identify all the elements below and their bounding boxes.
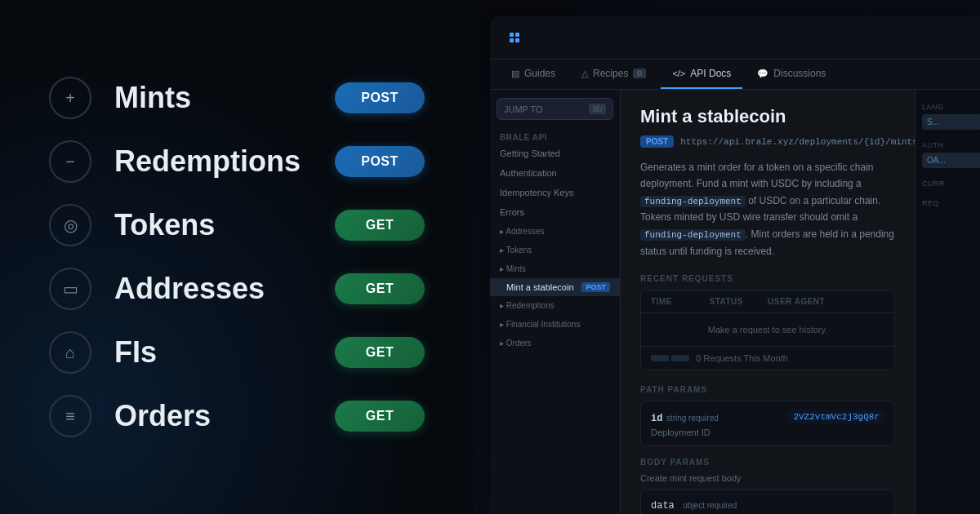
lang-section: LANG S... (922, 103, 980, 130)
tokens-method-badge: GET (335, 210, 425, 241)
data-param-row: data object required (640, 490, 895, 514)
sidebar-section-label: BRALE API (490, 128, 620, 144)
param-id-value[interactable]: 2VZ2vtmVc2j3gQ8r (788, 410, 884, 423)
sidebar-link-addresses[interactable]: ▸ Addresses (490, 222, 620, 241)
mints-icon: + (49, 77, 91, 119)
nav-item-tokens[interactable]: ◎TokensGET (49, 197, 425, 253)
doc-description: Generates a mint order for a token on a … (640, 159, 895, 259)
nav-item-redemptions[interactable]: −RedemptionsPOST (49, 134, 425, 189)
api-sidebar: JUMP TO ⌘/ BRALE API Getting Started Aut… (490, 90, 621, 514)
addresses-label: Addresses (114, 272, 312, 306)
logo-dot-2 (515, 33, 519, 37)
mints-method-badge: POST (335, 82, 425, 113)
window-logo (503, 26, 526, 49)
sidebar-link-tokens[interactable]: ▸ Tokens (490, 241, 620, 259)
jump-to-field[interactable]: JUMP TO ⌘/ (497, 98, 613, 120)
orders-icon: ≡ (49, 395, 91, 437)
sidebar-link-errors[interactable]: Errors (490, 202, 620, 222)
endpoint-line: POST https://api.brale.xyz/deployments/{… (640, 135, 895, 148)
left-nav-panel: +MintsPOST−RedemptionsPOST◎TokensGET▭Add… (0, 0, 474, 514)
fis-method-badge: GET (335, 337, 425, 368)
tab-guides[interactable]: ▤ Guides (500, 60, 567, 89)
api-docs-icon: </> (672, 69, 685, 78)
curr-section: CURR (922, 179, 980, 188)
logo-icon (510, 33, 519, 42)
endpoint-url: https://api.brale.xyz/deployments/{id}/m… (680, 137, 915, 147)
nav-item-fis[interactable]: ⌂FIsGET (49, 325, 425, 380)
tab-recipes[interactable]: △ Recipes ⚙ (570, 60, 657, 89)
guides-icon: ▤ (511, 69, 519, 79)
fis-icon: ⌂ (49, 331, 91, 374)
auth-section: AUTH OA... (922, 141, 980, 168)
redemptions-label: Redemptions (114, 144, 312, 179)
orders-method-badge: GET (335, 401, 425, 432)
rr-footer: 0 Requests This Month (641, 346, 894, 370)
recent-requests-table: TIME STATUS USER AGENT Make a request to… (640, 290, 895, 370)
orders-label: Orders (114, 399, 312, 433)
tab-discussions[interactable]: 💬 Discussions (746, 60, 837, 89)
sidebar-link-mints[interactable]: ▸ Mints (490, 259, 620, 278)
redemptions-method-badge: POST (335, 146, 425, 177)
nav-item-addresses[interactable]: ▭AddressesGET (49, 261, 425, 317)
param-id-desc: Deployment ID (651, 428, 884, 437)
nav-item-orders[interactable]: ≡OrdersGET (49, 388, 425, 444)
mints-label: Mints (114, 81, 312, 115)
sidebar-link-redemptions[interactable]: ▸ Redemptions (490, 296, 620, 315)
redemptions-icon: − (49, 140, 91, 183)
sidebar-link-financial-institutions[interactable]: ▸ Financial Institutions (490, 315, 620, 334)
sidebar-link-getting-started[interactable]: Getting Started (490, 144, 620, 163)
method-badge: POST (640, 135, 674, 148)
rr-empty-message: Make a request to see history. (641, 313, 894, 346)
path-params-section: id string required 2VZ2vtmVc2j3gQ8r Depl… (640, 401, 895, 446)
right-panel: ▤ Guides △ Recipes ⚙ </> API Docs 💬 Disc… (474, 0, 980, 514)
req-section: REQ (922, 199, 980, 207)
sidebar-link-authentication[interactable]: Authentication (490, 163, 620, 183)
rr-count: 0 Requests This Month (696, 353, 788, 363)
logo-dot-3 (510, 38, 514, 42)
window-body: JUMP TO ⌘/ BRALE API Getting Started Aut… (490, 90, 980, 514)
tabs-bar: ▤ Guides △ Recipes ⚙ </> API Docs 💬 Disc… (490, 60, 980, 90)
api-right-panel: LANG S... AUTH OA... CURR REQ (915, 90, 980, 514)
sidebar-link-mint-stablecoin[interactable]: Mint a stablecoin POST (490, 278, 620, 296)
recipes-icon: △ (581, 69, 588, 79)
rr-dots (651, 355, 689, 361)
api-main-content: Mint a stablecoin POST https://api.brale… (621, 90, 915, 514)
rr-header: TIME STATUS USER AGENT (641, 290, 894, 313)
lang-value[interactable]: S... (922, 114, 980, 130)
logo-dot-4 (515, 38, 519, 42)
tokens-icon: ◎ (49, 204, 91, 246)
fis-label: FIs (114, 335, 312, 370)
tokens-label: Tokens (114, 208, 312, 242)
doc-title: Mint a stablecoin (640, 106, 895, 127)
body-param-desc: Create mint request body (640, 473, 895, 483)
discussions-icon: 💬 (757, 69, 768, 79)
nav-item-mints[interactable]: +MintsPOST (49, 70, 425, 126)
body-params-title: BODY PARAMS (640, 458, 895, 467)
addresses-icon: ▭ (49, 268, 91, 310)
path-params-title: PATH PARAMS (640, 385, 895, 394)
auth-value[interactable]: OA... (922, 153, 980, 168)
addresses-method-badge: GET (335, 273, 425, 304)
sidebar-link-orders[interactable]: ▸ Orders (490, 334, 620, 352)
logo-dot-1 (510, 33, 514, 37)
tab-api-docs[interactable]: </> API Docs (661, 60, 742, 89)
api-window: ▤ Guides △ Recipes ⚙ </> API Docs 💬 Disc… (490, 16, 980, 514)
window-topbar (490, 16, 980, 60)
recent-requests-title: RECENT REQUESTS (640, 274, 895, 283)
param-id-row: id string required 2VZ2vtmVc2j3gQ8r Depl… (641, 401, 894, 445)
sidebar-link-idempotency[interactable]: Idempotency Keys (490, 183, 620, 202)
